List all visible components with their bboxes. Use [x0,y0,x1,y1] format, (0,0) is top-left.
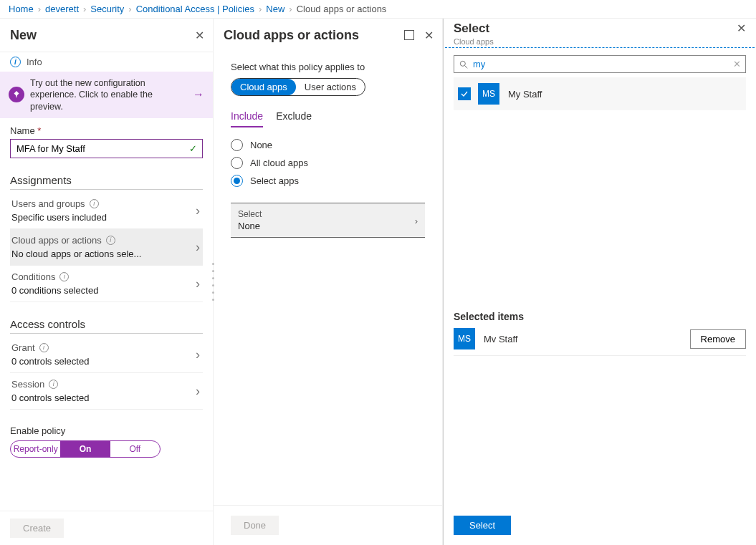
breadcrumb-item[interactable]: deverett [44,4,80,14]
breadcrumb-item[interactable]: New [264,4,286,14]
close-icon[interactable]: ✕ [737,21,746,35]
toggle-on[interactable]: On [60,441,110,457]
panel-new: New ✕ i Info Try out the new configurati… [0,19,214,545]
chevron-right-icon: › [196,276,200,291]
resize-handle-icon[interactable] [211,261,216,304]
apps-actions-toggle[interactable]: Cloud apps User actions [231,78,365,96]
chevron-right-icon: › [196,383,200,398]
chevron-right-icon: › [286,4,295,14]
chevron-right-icon: › [80,4,89,14]
panel-cloud-apps: Cloud apps or actions ✕ Select what this… [214,19,443,545]
panel-select: Select ✕ Cloud apps ✕ MS My Staff Select… [443,19,756,545]
chevron-right-icon: › [256,4,264,14]
include-exclude-tabs: Include Exclude [231,110,425,127]
info-icon: i [59,272,69,281]
panel-title: Cloud apps or actions [224,28,359,43]
search-input[interactable] [473,59,733,69]
radio-none[interactable]: None [231,139,425,151]
tab-include[interactable]: Include [231,110,263,127]
info-label: Info [27,57,42,67]
search-box[interactable]: ✕ [454,55,746,73]
select-apps-picker[interactable]: Select None › [231,203,425,238]
promo-banner[interactable]: Try out the new configuration experience… [0,72,213,118]
breadcrumb-item[interactable]: Conditional Access | Policies [135,4,256,14]
search-result-row[interactable]: MS My Staff [454,77,746,110]
create-button[interactable]: Create [10,519,64,538]
panel-title: New [10,28,37,43]
assignment-conditions[interactable]: Conditionsi 0 conditions selected › [10,266,203,302]
enable-policy-toggle[interactable]: Report-only On Off [10,440,161,458]
info-icon: i [10,57,21,67]
svg-point-0 [460,61,465,66]
pill-cloud-apps[interactable]: Cloud apps [231,79,296,95]
checkmark-icon: ✓ [189,143,197,154]
chevron-right-icon: › [415,215,418,226]
assignment-cloud-apps[interactable]: Cloud apps or actionsi No cloud apps or … [10,229,203,266]
rocket-icon [9,87,24,102]
panel-title: Select [454,21,489,36]
assignments-heading: Assignments [10,174,203,190]
policy-name-input[interactable] [10,139,203,158]
close-icon[interactable]: ✕ [424,29,434,42]
app-tile-icon: MS [478,83,499,105]
remove-button[interactable]: Remove [690,329,746,349]
promo-text: Try out the new configuration experience… [30,77,187,112]
info-bar[interactable]: i Info [0,52,213,72]
access-grant[interactable]: Granti 0 controls selected › [10,337,203,373]
breadcrumb-item[interactable]: Security [89,4,125,14]
breadcrumb: Home› deverett› Security› Conditional Ac… [0,0,756,19]
breadcrumb-home[interactable]: Home [7,4,35,14]
assignment-users-groups[interactable]: Users and groupsi Specific users include… [10,193,203,229]
arrow-right-icon: → [187,88,204,101]
select-button[interactable]: Select [454,516,511,535]
pill-user-actions[interactable]: User actions [296,79,365,95]
breadcrumb-current: Cloud apps or actions [295,4,388,14]
radio-all-cloud-apps[interactable]: All cloud apps [231,157,425,169]
divider [445,47,755,48]
enable-policy-label: Enable policy [10,425,203,436]
selected-item-row: MS Mv Staff Remove [454,322,746,356]
done-button[interactable]: Done [231,516,279,535]
panel-subtitle: Cloud apps [444,37,756,47]
selected-items-heading: Selected items [454,311,746,322]
toggle-off[interactable]: Off [110,441,160,457]
checkbox-checked[interactable] [458,87,471,100]
close-icon[interactable]: ✕ [195,29,204,42]
svg-line-1 [465,65,468,68]
toggle-report-only[interactable]: Report-only [11,441,60,457]
app-tile-icon: MS [454,328,475,349]
info-icon: i [49,380,58,389]
app-name: My Staff [508,89,542,100]
access-controls-heading: Access controls [10,318,203,334]
clear-icon[interactable]: ✕ [733,59,741,69]
info-icon: i [39,343,49,352]
app-name: Mv Staff [484,334,517,344]
info-icon: i [90,199,99,208]
policy-applies-label: Select what this policy applies to [231,62,425,72]
info-icon: i [106,236,115,245]
chevron-right-icon: › [196,347,200,362]
chevron-right-icon: › [35,4,44,14]
chevron-right-icon: › [196,239,200,254]
radio-select-apps[interactable]: Select apps [231,175,425,187]
access-session[interactable]: Sessioni 0 controls selected › [10,373,203,410]
search-icon [459,59,469,69]
tab-exclude[interactable]: Exclude [276,110,312,127]
name-label: Name * [10,125,203,136]
chevron-right-icon: › [125,4,134,14]
chevron-right-icon: › [196,203,200,218]
maximize-icon[interactable] [404,30,414,40]
